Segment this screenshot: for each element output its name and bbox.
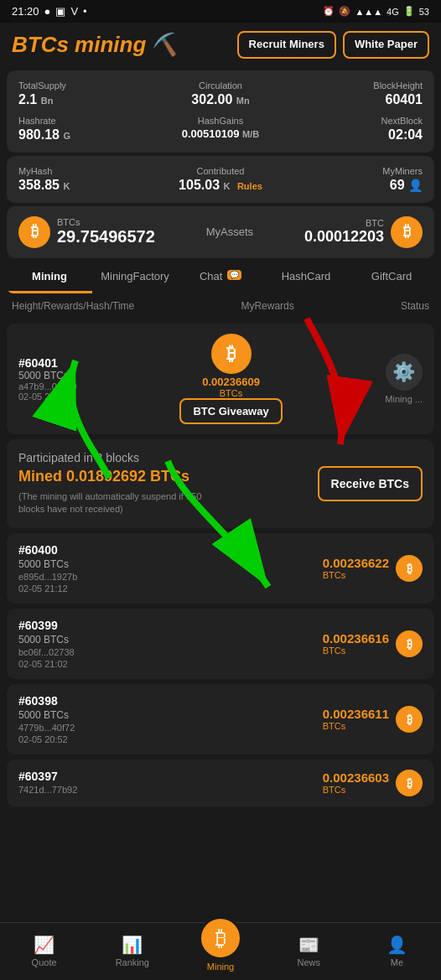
row-right: 0.00236611 BTCs ₿ xyxy=(323,706,423,733)
nav-item-mining[interactable]: ₿ Mining xyxy=(176,930,264,972)
row-amount: 0.00236616 xyxy=(323,631,389,646)
giveaway-coin-icon: ₿ xyxy=(211,334,252,374)
tab-chat[interactable]: Chat 💬 xyxy=(178,262,263,293)
row-id: #60399 xyxy=(18,619,75,632)
hash-gains-value: 0.00510109 M/B xyxy=(154,127,287,140)
hashrate-stat: Hashrate 980.18 G xyxy=(18,116,151,143)
quote-icon: 📈 xyxy=(34,935,54,955)
chat-badge: 💬 xyxy=(227,270,241,280)
mining-status: Mining ... xyxy=(385,394,423,404)
block-height-value: 60401 xyxy=(290,92,423,107)
mining-row-time: 02-05 21:22 xyxy=(18,391,77,402)
row-amount: 0.00236611 xyxy=(323,707,389,721)
circulation-label: Circulation xyxy=(154,80,287,91)
col2-header: MyRewards xyxy=(241,300,293,312)
status-bar: 21:20 ● ▣ V • ⏰ 🔕 ▲▲▲ 4G 🔋 53 xyxy=(0,0,441,23)
participated-title: Participated in 8 blocks xyxy=(18,451,220,464)
tabs-bar: Mining MiningFactory Chat 💬 HashCard Gif… xyxy=(7,262,434,293)
mining-row-featured: #60401 5000 BTCs a47b9...0edc0 02-05 21:… xyxy=(7,324,434,434)
row-btc-icon: ₿ xyxy=(396,770,423,796)
mining-row-left: #60401 5000 BTCs a47b9...0edc0 02-05 21:… xyxy=(18,356,77,402)
giveaway-unit: BTCs xyxy=(220,388,243,398)
tab-mining[interactable]: Mining xyxy=(7,262,92,293)
my-hash-stat: MyHash 358.85 K xyxy=(18,166,151,193)
tab-giftcard[interactable]: GiftCard xyxy=(349,262,434,293)
time-display: 21:20 xyxy=(12,5,39,18)
my-miners-stat: MyMiners 69 👤 xyxy=(290,166,423,193)
battery-icon: 🔋 xyxy=(403,6,415,17)
contributed-value: 105.03 K Rules xyxy=(154,178,287,193)
nav-item-news[interactable]: 📰 News xyxy=(265,935,353,967)
hashrate-label: Hashrate xyxy=(18,116,151,126)
btc-info: BTC 0.00012203 xyxy=(304,218,384,246)
stats-grid-1: TotalSupply 2.1 Bn Circulation 302.00 Mn… xyxy=(7,70,434,153)
hash-gains-stat: HashGains 0.00510109 M/B xyxy=(154,116,287,143)
row-id: #60400 xyxy=(18,543,77,557)
row-hash: 4779b...40f72 xyxy=(18,723,75,733)
dot-icon: • xyxy=(83,5,87,18)
btcs-info: BTCs 29.75496572 xyxy=(57,217,155,246)
nav-item-quote[interactable]: 📈 Quote xyxy=(0,935,88,967)
giveaway-amount: 0.00236609 xyxy=(202,376,260,388)
circulation-value: 302.00 Mn xyxy=(154,92,287,107)
ranking-label: Ranking xyxy=(116,957,149,967)
row-btcs: 5000 BTCs xyxy=(18,558,77,570)
row-btc-icon: ₿ xyxy=(396,706,423,733)
table-row: #60400 5000 BTCs e895d...1927b 02-05 21:… xyxy=(7,533,434,604)
row-amount-info: 0.00236616 BTCs xyxy=(323,631,389,656)
total-supply-stat: TotalSupply 2.1 Bn xyxy=(18,80,151,107)
participated-note: (The mining will automatically suspend i… xyxy=(18,490,220,516)
battery-level: 53 xyxy=(419,7,429,17)
nav-item-ranking[interactable]: 📊 Ranking xyxy=(88,935,176,967)
row-right: 0.00236616 BTCs ₿ xyxy=(323,630,423,657)
participated-left: Participated in 8 blocks Mined 0.0189269… xyxy=(18,451,220,516)
alarm-icon: ⏰ xyxy=(323,6,335,17)
row-unit: BTCs xyxy=(323,570,389,580)
tab-mining-factory[interactable]: MiningFactory xyxy=(92,262,178,293)
btc-value: 0.00012203 xyxy=(304,228,384,246)
status-right: ⏰ 🔕 ▲▲▲ 4G 🔋 53 xyxy=(323,6,429,17)
receive-btcs-button[interactable]: Receive BTCs xyxy=(318,466,423,501)
rules-link[interactable]: Rules xyxy=(237,181,262,191)
my-assets-label: MyAssets xyxy=(206,226,253,238)
recruit-miners-button[interactable]: Recruit Miners xyxy=(237,31,336,59)
mining-row-hash: a47b9...0edc0 xyxy=(18,381,77,391)
row-amount: 0.00236603 xyxy=(323,770,389,785)
row-amount-info: 0.00236603 BTCs xyxy=(323,770,389,795)
next-block-stat: NextBlock 02:04 xyxy=(290,116,423,143)
table-row: #60397 7421d...77b92 0.00236603 BTCs ₿ xyxy=(7,760,434,806)
contributed-stat: Contributed 105.03 K Rules xyxy=(154,166,287,193)
page-wrapper: 21:20 ● ▣ V • ⏰ 🔕 ▲▲▲ 4G 🔋 53 BTCs minin… xyxy=(0,0,441,870)
row-hash: 7421d...77b92 xyxy=(18,785,77,795)
total-supply-value: 2.1 Bn xyxy=(18,92,151,107)
nav-item-me[interactable]: 👤 Me xyxy=(353,935,441,967)
whatsapp-icon: ● xyxy=(44,5,51,18)
bell-off-icon: 🔕 xyxy=(339,6,350,17)
row-amount-info: 0.00236611 BTCs xyxy=(323,707,389,731)
participated-section: Participated in 8 blocks Mined 0.0189269… xyxy=(7,439,434,528)
gear-icon: ⚙️ xyxy=(386,354,423,391)
table-header: Height/Rewards/Hash/Time MyRewards Statu… xyxy=(0,293,441,319)
signal-icon: ▲▲▲ xyxy=(355,7,382,17)
row-btcs: 5000 BTCs xyxy=(18,709,75,721)
block-height-label: BlockHeight xyxy=(290,80,423,91)
btc-giveaway-button[interactable]: BTC Giveaway xyxy=(179,398,282,424)
row-left: #60400 5000 BTCs e895d...1927b 02-05 21:… xyxy=(18,543,77,594)
row-right: 0.00236622 BTCs ₿ xyxy=(323,555,423,582)
network-label: 4G xyxy=(387,7,399,17)
white-paper-button[interactable]: White Paper xyxy=(343,31,429,59)
col3-header: Status xyxy=(401,300,429,312)
mining-row-right: ⚙️ Mining ... xyxy=(385,354,423,404)
me-icon: 👤 xyxy=(387,935,407,955)
btcs-label: BTCs xyxy=(57,217,155,227)
tab-hashcard[interactable]: HashCard xyxy=(263,262,349,293)
btc-coin-icon: ₿ xyxy=(391,216,423,248)
mining-row-center: ₿ 0.00236609 BTCs BTC Giveaway xyxy=(179,334,282,424)
row-hash: bc06f...02738 xyxy=(18,647,75,657)
header-buttons: Recruit Miners White Paper xyxy=(237,31,429,59)
row-left: #60398 5000 BTCs 4779b...40f72 02-05 20:… xyxy=(18,694,75,744)
bottom-nav: 📈 Quote 📊 Ranking ₿ Mining 📰 News 👤 Me xyxy=(0,922,441,980)
quote-label: Quote xyxy=(32,957,57,967)
total-supply-label: TotalSupply xyxy=(18,80,151,91)
btcs-value: 29.75496572 xyxy=(57,227,155,246)
